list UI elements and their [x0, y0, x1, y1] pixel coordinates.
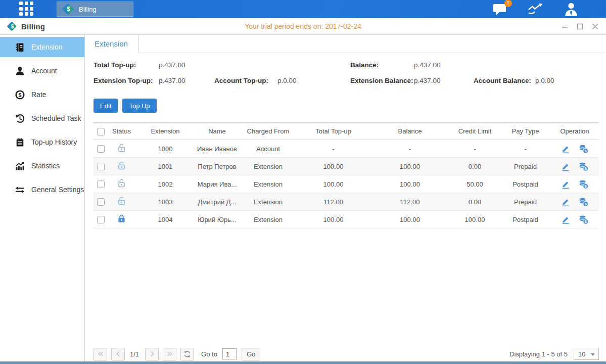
top-up-coins-icon[interactable]: $	[578, 144, 589, 154]
sidebar-item-account[interactable]: Account	[0, 61, 84, 81]
account-balance-value: p.0.00	[535, 77, 554, 84]
page-size-select[interactable]: 10	[574, 348, 599, 360]
last-page-button[interactable]	[163, 348, 176, 360]
system-topbar: $ Billing !	[0, 0, 606, 18]
cell-total-topup: 100.00	[297, 163, 369, 170]
col-header-pay-type: Pay Type	[499, 127, 551, 135]
next-page-button[interactable]	[145, 348, 159, 360]
sidebar-item-general-settings[interactable]: General Settings	[0, 179, 84, 200]
col-header-credit-limit: Credit Limit	[450, 127, 499, 135]
go-button[interactable]: Go	[242, 348, 260, 360]
edit-pencil-icon[interactable]	[561, 215, 570, 224]
cell-credit-limit: 0.00	[450, 198, 499, 206]
cell-name: Дмитрий Д...	[195, 198, 239, 206]
table-header: Status Extension Name Charged From Total…	[94, 122, 599, 140]
main-panel: Extension Total Top-up: p.437.00 Balance…	[85, 35, 606, 361]
cell-pay-type: Postpaid	[499, 216, 551, 223]
first-page-button[interactable]	[94, 348, 107, 360]
col-header-operation: Operation	[551, 127, 598, 135]
lock-open-icon	[116, 178, 127, 189]
balance-label: Balance:	[350, 61, 379, 69]
extension-book-icon	[15, 42, 25, 52]
cell-name: Петр Петров	[195, 163, 239, 170]
sidebar-item-statistics[interactable]: Statistics	[0, 156, 84, 176]
close-icon[interactable]	[591, 22, 599, 30]
maximize-icon[interactable]	[576, 22, 584, 30]
sidebar-item-topup-history[interactable]: Top-up History	[0, 132, 84, 152]
table-row[interactable]: 1000 Иван Иванов Account - - - - $	[94, 140, 599, 158]
table-row[interactable]: 1003 Дмитрий Д... Extension 112.00 112.0…	[94, 193, 599, 211]
sidebar-item-label: Account	[31, 67, 57, 75]
cell-pay-type: Prepaid	[499, 163, 551, 170]
account-topup-value: p.0.00	[277, 77, 297, 84]
refresh-icon[interactable]	[180, 348, 194, 360]
table-body: 1000 Иван Иванов Account - - - - $	[94, 140, 599, 229]
cell-total-topup: -	[297, 145, 369, 153]
sidebar-item-label: Extension	[31, 43, 62, 51]
apps-grid-icon[interactable]	[19, 2, 34, 17]
goto-label: Go to	[201, 350, 217, 358]
tab-extension[interactable]: Extension	[85, 35, 139, 53]
dollar-coin-icon: $	[15, 90, 25, 100]
row-checkbox[interactable]	[97, 145, 105, 153]
sidebar-item-extension[interactable]: Extension	[0, 37, 84, 57]
taskbar-billing-button[interactable]: $ Billing	[57, 2, 133, 17]
cell-credit-limit: 100.00	[450, 216, 499, 223]
goto-page-input[interactable]	[222, 348, 237, 359]
cell-extension: 1001	[135, 163, 195, 170]
chevron-down-icon	[591, 353, 595, 356]
top-up-coins-icon[interactable]: $	[578, 214, 589, 225]
extension-topup-label: Extension Top-up:	[94, 77, 153, 84]
minimize-icon[interactable]	[561, 22, 569, 30]
edit-pencil-icon[interactable]	[561, 162, 570, 171]
cell-total-topup: 100.00	[297, 180, 369, 188]
total-topup-label: Total Top-up:	[94, 61, 136, 69]
top-up-button[interactable]: Top Up	[122, 99, 156, 113]
table-row[interactable]: 1001 Петр Петров Extension 100.00 100.00…	[94, 158, 599, 175]
svg-text:$: $	[19, 92, 22, 98]
cell-charged-from: Extension	[239, 180, 297, 188]
edit-button[interactable]: Edit	[94, 99, 118, 113]
select-all-checkbox[interactable]	[97, 128, 105, 135]
messages-icon[interactable]: !	[492, 2, 509, 17]
col-header-total-topup: Total Top-up	[297, 127, 369, 135]
top-up-coins-icon[interactable]: $	[578, 197, 589, 207]
cell-charged-from: Extension	[239, 163, 297, 170]
edit-pencil-icon[interactable]	[561, 197, 570, 207]
extension-balance-value: p.437.00	[414, 77, 441, 84]
sidebar-item-rate[interactable]: $ Rate	[0, 84, 84, 105]
row-checkbox[interactable]	[97, 198, 105, 206]
sidebar-item-label: General Settings	[31, 186, 84, 194]
row-checkbox[interactable]	[97, 180, 105, 188]
stats-chart-icon	[15, 161, 25, 171]
svg-text:$: $	[584, 166, 587, 170]
cell-name: Мария Ива...	[195, 180, 239, 188]
svg-text:$: $	[584, 201, 587, 206]
cell-credit-limit: 0.00	[450, 163, 499, 170]
trial-notice: Your trial period ends on: 2017-02-24	[0, 22, 606, 30]
row-checkbox[interactable]	[97, 216, 105, 223]
edit-pencil-icon[interactable]	[561, 179, 570, 189]
table-row[interactable]: 1004 Юрий Юрь... Extension 100.00 100.00…	[94, 211, 599, 229]
col-header-status: Status	[108, 127, 135, 135]
svg-text:$: $	[67, 6, 70, 13]
col-header-charged-from: Charged From	[239, 127, 297, 135]
top-up-coins-icon[interactable]: $	[578, 161, 589, 172]
table-row[interactable]: 1002 Мария Ива... Extension 100.00 100.0…	[94, 175, 599, 193]
row-checkbox[interactable]	[97, 163, 105, 170]
pagination-bar: 1/1 Go to	[94, 347, 599, 361]
top-up-coins-icon[interactable]: $	[578, 179, 589, 190]
prev-page-button[interactable]	[111, 348, 125, 360]
cell-balance: 100.00	[369, 216, 450, 223]
reports-chart-icon[interactable]	[527, 2, 544, 17]
sidebar-item-scheduled-task[interactable]: Scheduled Task	[0, 108, 84, 128]
sidebar-item-label: Top-up History	[31, 138, 77, 146]
extension-balance-label: Extension Balance:	[350, 77, 413, 84]
cell-charged-from: Account	[239, 145, 297, 153]
svg-text:$: $	[584, 148, 587, 153]
account-balance-label: Account Balance:	[474, 77, 531, 84]
lock-open-icon	[116, 196, 127, 206]
edit-pencil-icon[interactable]	[561, 144, 570, 154]
notepad-icon	[15, 138, 25, 147]
user-account-icon[interactable]	[563, 2, 580, 17]
